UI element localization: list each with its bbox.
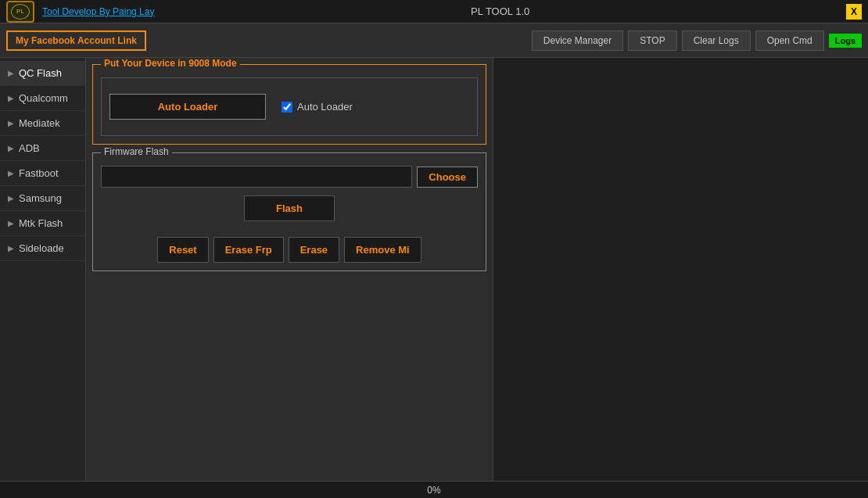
logo-icon: PL — [11, 4, 30, 20]
auto-loader-checkbox-label: Auto Loader — [297, 101, 353, 113]
tool-link[interactable]: Tool Develop By Paing Lay — [42, 6, 154, 17]
sidebar-item-mediatek[interactable]: ▶ Mediatek — [0, 111, 85, 136]
right-panel — [493, 58, 868, 481]
sidebar: ▶ QC Flash ▶ Qualcomm ▶ Mediatek ▶ ADB ▶… — [0, 58, 86, 481]
action-buttons: Reset Erase Frp Erase Remove Mi — [101, 237, 478, 263]
device-mode-label: Put Your Device in 9008 Mode — [101, 58, 240, 69]
auto-loader-checkbox-group: Auto Loader — [282, 101, 353, 113]
auto-loader-box: Auto Loader Auto Loader — [101, 77, 478, 136]
auto-loader-checkbox[interactable] — [282, 102, 292, 113]
sidebar-item-samsung[interactable]: ▶ Samsung — [0, 186, 85, 211]
sidebar-arrow-mediatek: ▶ — [8, 119, 14, 127]
title-center: PL TOOL 1.0 — [154, 5, 846, 17]
close-button[interactable]: X — [846, 4, 862, 20]
sidebar-item-sideloade[interactable]: ▶ Sideloade — [0, 236, 85, 261]
erase-frp-button[interactable]: Erase Frp — [213, 237, 284, 263]
stop-button[interactable]: STOP — [628, 30, 676, 51]
progress-bar-container: 0% — [0, 481, 868, 498]
logs-badge: Logs — [829, 34, 862, 48]
choose-button[interactable]: Choose — [417, 167, 478, 188]
firmware-section: Firmware Flash Choose Flash Reset Erase … — [92, 152, 486, 271]
flash-button[interactable]: Flash — [244, 195, 335, 221]
progress-text: 0% — [427, 485, 440, 496]
auto-loader-button[interactable]: Auto Loader — [109, 94, 266, 120]
center-panel: Put Your Device in 9008 Mode Auto Loader… — [86, 58, 493, 481]
logs-area — [493, 58, 868, 481]
sidebar-arrow-samsung: ▶ — [8, 194, 14, 202]
erase-button[interactable]: Erase — [289, 237, 339, 263]
sidebar-arrow-sideloade: ▶ — [8, 244, 14, 253]
sidebar-arrow-qc-flash: ▶ — [8, 69, 14, 77]
firmware-path-input[interactable] — [101, 166, 412, 188]
open-cmd-button[interactable]: Open Cmd — [755, 30, 824, 51]
firmware-section-label: Firmware Flash — [101, 146, 172, 157]
sidebar-item-mtk-flash[interactable]: ▶ Mtk Flash — [0, 211, 85, 236]
sidebar-arrow-qualcomm: ▶ — [8, 94, 14, 102]
firmware-row: Choose — [101, 166, 478, 188]
sidebar-arrow-fastboot: ▶ — [8, 169, 14, 177]
device-manager-button[interactable]: Device Manager — [532, 30, 623, 51]
sidebar-arrow-adb: ▶ — [8, 144, 14, 152]
facebook-account-button[interactable]: My Facebook Account Link — [6, 30, 146, 51]
sidebar-item-qc-flash[interactable]: ▶ QC Flash — [0, 61, 85, 86]
sidebar-item-fastboot[interactable]: ▶ Fastboot — [0, 161, 85, 186]
main-content: ▶ QC Flash ▶ Qualcomm ▶ Mediatek ▶ ADB ▶… — [0, 58, 868, 481]
sidebar-item-qualcomm[interactable]: ▶ Qualcomm — [0, 86, 85, 111]
title-bar: PL Tool Develop By Paing Lay PL TOOL 1.0… — [0, 0, 868, 23]
toolbar: My Facebook Account Link Device Manager … — [0, 23, 868, 58]
device-mode-section: Put Your Device in 9008 Mode Auto Loader… — [92, 64, 486, 145]
clear-logs-button[interactable]: Clear Logs — [682, 30, 751, 51]
logo: PL — [6, 1, 34, 23]
remove-mi-button[interactable]: Remove Mi — [344, 237, 421, 263]
sidebar-item-adb[interactable]: ▶ ADB — [0, 136, 85, 161]
reset-button[interactable]: Reset — [157, 237, 208, 263]
toolbar-right: Device Manager STOP Clear Logs Open Cmd … — [532, 30, 862, 51]
sidebar-arrow-mtk-flash: ▶ — [8, 219, 14, 228]
